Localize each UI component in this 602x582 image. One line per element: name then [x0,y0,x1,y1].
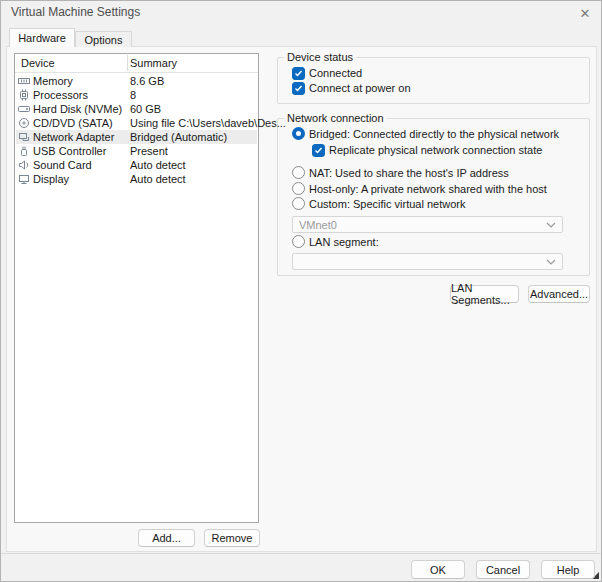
nat-label: NAT: Used to share the host's IP address [309,167,509,180]
help-button[interactable]: Help [541,560,595,579]
tab-options[interactable]: Options [75,31,132,47]
custom-label: Custom: Specific virtual network [309,198,466,211]
device-summary: Auto detect [130,173,186,185]
lan-segments-button[interactable]: LAN Segments... [450,285,519,303]
host-only-label: Host-only: A private network shared with… [309,183,547,196]
device-summary: Present [130,145,168,157]
list-item-processors[interactable]: Processors 8 [16,88,257,102]
memory-icon [18,75,30,87]
chevron-down-icon [546,259,556,265]
hard-disk-icon [18,103,30,115]
cd-dvd-icon [18,117,30,129]
network-adapter-icon [18,131,30,143]
footer-divider [1,553,602,554]
device-name: CD/DVD (SATA) [33,117,113,129]
custom-network-dropdown[interactable]: VMnet0 [292,216,563,233]
display-icon [18,173,30,185]
processor-icon [18,89,30,101]
ok-button[interactable]: OK [411,560,465,579]
list-item-display[interactable]: Display Auto detect [16,172,257,186]
lan-segment-label: LAN segment: [309,236,379,249]
advanced-button[interactable]: Advanced... [528,285,590,303]
device-summary: Using file C:\Users\daveb\Des... [130,117,286,129]
bridged-label: Bridged: Connected directly to the physi… [309,128,559,141]
add-button[interactable]: Add... [138,529,195,547]
list-item-network-adapter[interactable]: Network Adapter Bridged (Automatic) [16,130,257,144]
sound-icon [18,159,30,171]
list-item-memory[interactable]: Memory 8.6 GB [16,74,257,88]
tab-hardware[interactable]: Hardware [9,28,75,47]
nat-radio[interactable] [292,166,305,179]
remove-button[interactable]: Remove [204,529,260,547]
header-divider [15,72,258,73]
connect-at-power-on-checkbox[interactable] [292,82,305,95]
usb-icon [18,145,30,157]
list-item-sound-card[interactable]: Sound Card Auto detect [16,158,257,172]
device-summary: 8 [130,89,136,101]
connect-at-power-on-label: Connect at power on [309,82,411,95]
lan-segment-radio[interactable] [292,235,305,248]
device-name: USB Controller [33,145,106,157]
replicate-checkbox[interactable] [312,144,325,157]
device-summary: Auto detect [130,159,186,171]
device-name: Sound Card [33,159,92,171]
device-name: Display [33,173,69,185]
custom-network-value: VMnet0 [299,219,546,231]
bridged-radio[interactable] [292,127,305,140]
cancel-button[interactable]: Cancel [476,560,530,579]
device-name: Processors [33,89,88,101]
device-list[interactable]: Device Summary Memory 8.6 GB Processors … [14,53,259,523]
replicate-label: Replicate physical network connection st… [329,144,542,157]
window-title: Virtual Machine Settings [11,5,140,19]
device-name: Network Adapter [33,131,114,143]
lan-segment-dropdown[interactable] [292,253,563,270]
list-item-hard-disk[interactable]: Hard Disk (NVMe) 60 GB [16,102,257,116]
device-name: Memory [33,75,73,87]
connected-label: Connected [309,67,362,80]
device-summary: 8.6 GB [130,75,164,87]
device-name: Hard Disk (NVMe) [33,103,122,115]
chevron-down-icon [546,222,556,228]
device-summary: 60 GB [130,103,161,115]
close-icon[interactable]: ✕ [576,5,594,21]
device-summary: Bridged (Automatic) [130,131,227,143]
custom-radio[interactable] [292,197,305,210]
column-header-device[interactable]: Device [21,56,55,71]
device-status-title: Device status [284,51,356,63]
host-only-radio[interactable] [292,182,305,195]
column-header-summary[interactable]: Summary [130,56,177,71]
network-connection-title: Network connection [284,112,387,124]
virtual-machine-settings-dialog: Virtual Machine Settings ✕ Hardware Opti… [0,0,602,582]
device-status-group: Device status [277,57,590,104]
list-item-cd-dvd[interactable]: CD/DVD (SATA) Using file C:\Users\daveb\… [16,116,257,130]
list-item-usb-controller[interactable]: USB Controller Present [16,144,257,158]
column-separator[interactable] [127,55,128,71]
connected-checkbox[interactable] [292,67,305,80]
